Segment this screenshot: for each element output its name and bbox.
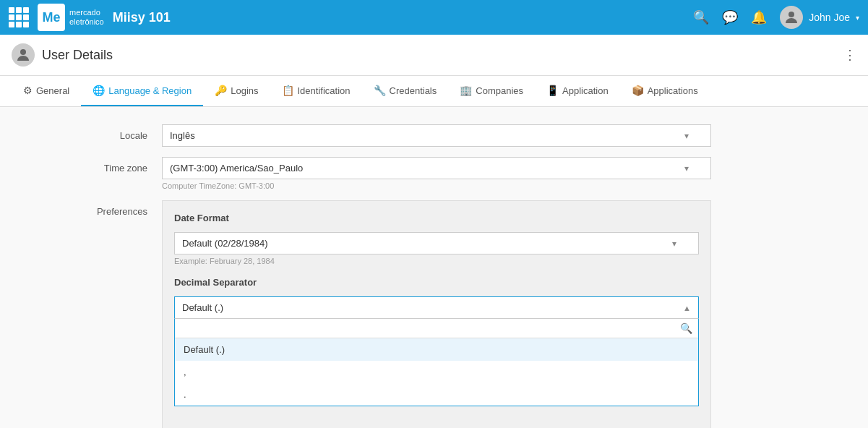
date-format-select[interactable]: Default (02/28/1984) ▾ (174, 232, 699, 254)
timezone-caret-icon: ▾ (684, 163, 689, 174)
decimal-separator-row: Decimal Separator Default (.) ▲ 🔍 Defa (174, 277, 699, 406)
date-format-caret-icon: ▾ (672, 239, 676, 249)
timezone-field: (GMT-3:00) America/Sao_Paulo ▾ Computer … (162, 157, 711, 190)
tab-general-icon: ⚙ (23, 85, 33, 96)
page-header: User Details ⋮ (0, 35, 868, 76)
tab-general-label: General (36, 85, 69, 96)
page-avatar (12, 43, 35, 67)
decimal-separator-value: Default (.) (182, 302, 223, 313)
dropdown-item-0[interactable]: Default (.) (175, 338, 698, 361)
topbar-icons: 🔍 💬 🔔 John Joe ▾ (693, 6, 859, 29)
logo: Me mercado eletrônico (38, 4, 104, 31)
tab-application[interactable]: 📱 Application (535, 76, 620, 106)
decimal-caret-icon: ▲ (683, 304, 691, 312)
logo-text: mercado eletrônico (69, 8, 104, 27)
tab-applications-icon: 📦 (632, 85, 644, 96)
tab-logins-icon: 🔑 (215, 85, 227, 96)
date-format-row: Date Format Default (02/28/1984) ▾ Examp… (174, 213, 699, 265)
tab-identification-icon: 📋 (282, 85, 294, 96)
svg-point-1 (20, 49, 26, 55)
chat-icon[interactable]: 💬 (722, 9, 738, 25)
tab-credentials-label: Credentials (390, 85, 437, 96)
locale-label: Locale (17, 124, 162, 141)
locale-select[interactable]: Inglês ▾ (162, 124, 711, 147)
dropdown-item-1-label: , (184, 367, 186, 377)
grid-menu-icon[interactable] (9, 7, 29, 27)
topbar: Me mercado eletrônico Miisy 101 🔍 💬 🔔 Jo… (0, 0, 868, 35)
tabs-bar: ⚙ General 🌐 Language & Region 🔑 Logins 📋… (0, 76, 868, 107)
dropdown-item-1[interactable]: , (175, 361, 698, 383)
tab-logins-label: Logins (231, 85, 258, 96)
preferences-field: Date Format Default (02/28/1984) ▾ Examp… (162, 200, 711, 428)
page-menu-icon[interactable]: ⋮ (843, 47, 856, 63)
locale-field: Inglês ▾ (162, 124, 711, 147)
decimal-separator-title: Decimal Separator (174, 277, 699, 288)
locale-caret-icon: ▾ (684, 131, 689, 141)
logo-box: Me (38, 4, 65, 31)
tab-identification[interactable]: 📋 Identification (270, 76, 362, 106)
decimal-separator-select[interactable]: Default (.) ▲ (174, 296, 699, 319)
tab-language-icon: 🌐 (93, 85, 105, 96)
app-name: Miisy 101 (113, 10, 684, 25)
form-section: Locale Inglês ▾ Time zone (GMT-3:00) Ame… (0, 124, 868, 428)
page-header-left: User Details (12, 43, 113, 67)
tab-general[interactable]: ⚙ General (12, 76, 81, 106)
preferences-label: Preferences (17, 200, 162, 217)
tab-application-label: Application (562, 85, 609, 96)
timezone-select[interactable]: (GMT-3:00) America/Sao_Paulo ▾ (162, 157, 711, 179)
dropdown-search-input[interactable] (181, 323, 680, 334)
page-title: User Details (42, 48, 113, 63)
date-format-title: Date Format (174, 213, 699, 223)
timezone-value: (GMT-3:00) America/Sao_Paulo (170, 163, 303, 174)
preferences-row: Preferences Date Format Default (02/28/1… (17, 200, 851, 428)
logo-line1: mercado (69, 8, 104, 17)
logo-initials: Me (42, 10, 60, 25)
dropdown-item-0-label: Default (.) (184, 344, 225, 355)
username: John Joe (809, 12, 850, 23)
date-format-value: Default (02/28/1984) (182, 238, 268, 249)
dropdown-search-row: 🔍 (175, 319, 698, 338)
logo-line2: eletrônico (69, 17, 104, 27)
decimal-dropdown-panel: 🔍 Default (.) , . (174, 319, 699, 406)
locale-value: Inglês (170, 130, 195, 141)
tab-companies[interactable]: 🏢 Companies (448, 76, 535, 106)
tab-identification-label: Identification (298, 85, 351, 96)
timezone-row: Time zone (GMT-3:00) America/Sao_Paulo ▾… (17, 157, 851, 190)
dropdown-item-2-label: . (184, 389, 186, 400)
tab-language-label: Language & Region (108, 85, 192, 96)
locale-row: Locale Inglês ▾ (17, 124, 851, 147)
user-menu[interactable]: John Joe ▾ (780, 6, 859, 29)
svg-point-0 (788, 12, 794, 17)
date-format-example: Example: February 28, 1984 (174, 257, 699, 265)
search-icon[interactable]: 🔍 (693, 9, 709, 25)
dropdown-item-2[interactable]: . (175, 383, 698, 406)
dropdown-search-icon: 🔍 (680, 322, 692, 334)
timezone-hint: Computer TimeZone: GMT-3:00 (162, 181, 711, 190)
timezone-label: Time zone (17, 157, 162, 174)
preferences-section: Date Format Default (02/28/1984) ▾ Examp… (162, 200, 711, 428)
tab-companies-label: Companies (476, 85, 523, 96)
tab-application-icon: 📱 (546, 85, 559, 96)
notification-icon[interactable]: 🔔 (751, 9, 767, 25)
tab-credentials-icon: 🔧 (374, 85, 386, 96)
tab-applications-label: Applications (648, 85, 698, 96)
tab-logins[interactable]: 🔑 Logins (203, 76, 270, 106)
content-area: Locale Inglês ▾ Time zone (GMT-3:00) Ame… (0, 107, 868, 428)
tab-credentials[interactable]: 🔧 Credentials (362, 76, 449, 106)
user-caret-icon: ▾ (856, 14, 859, 22)
tab-companies-icon: 🏢 (460, 85, 472, 96)
tab-language-region[interactable]: 🌐 Language & Region (81, 76, 203, 106)
avatar (780, 6, 803, 29)
tab-applications[interactable]: 📦 Applications (620, 76, 710, 106)
